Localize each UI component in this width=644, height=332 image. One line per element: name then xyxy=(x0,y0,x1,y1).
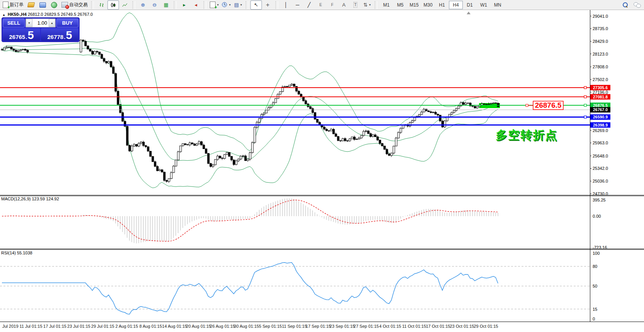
time-axis-label: 11 Sep 01:15 xyxy=(282,324,307,329)
price-tick-label: 25963.0 xyxy=(593,141,608,145)
timeframe-button-h4[interactable]: H4 xyxy=(449,1,463,9)
price-tick-label: 28429.0 xyxy=(593,39,608,44)
zoom-in-button[interactable]: ⊕ xyxy=(137,0,149,10)
clock-icon xyxy=(222,2,228,8)
chart-annotation-text[interactable]: 多空转折点 xyxy=(496,127,557,143)
cursor-icon: ↖ xyxy=(254,2,258,7)
trendline-icon: ╱ xyxy=(308,2,311,7)
horizontal-line-button[interactable]: ─ xyxy=(292,0,303,10)
rsi-scale-label: 15 xyxy=(593,307,597,312)
text-button[interactable]: A xyxy=(338,0,350,10)
price-tick-label: 26269.0 xyxy=(593,128,608,133)
line-handle[interactable] xyxy=(584,116,586,118)
volume-increase-button[interactable]: ▲ xyxy=(49,19,55,27)
time-axis-label: 29 Oct 01:15 xyxy=(474,324,498,329)
timeframe-button-m30[interactable]: M30 xyxy=(421,1,435,9)
zoom-out-button[interactable]: ⊖ xyxy=(149,0,160,10)
line-handle[interactable] xyxy=(584,86,586,89)
periods-button[interactable]: ▾ xyxy=(220,0,232,10)
price-tick-label: 25342.0 xyxy=(593,166,608,171)
price-axis: 29041.028735.028429.028123.027808.027502… xyxy=(590,14,610,196)
search-button[interactable] xyxy=(620,0,631,10)
macd-indicator-label: MACD(12,26,9) 123.59 124.92 xyxy=(1,196,59,201)
time-axis-label: 26 Aug 01:15 xyxy=(210,324,235,329)
buy-price[interactable]: 26778.5 xyxy=(41,28,78,41)
price-badge-text: 27081.8 xyxy=(593,95,608,99)
time-axis-label: 5 Sep 01:15 xyxy=(259,324,282,329)
timeframe-button-m15[interactable]: M15 xyxy=(407,1,421,9)
remote-screen-button[interactable] xyxy=(37,0,48,10)
rsi-scale-label: 80 xyxy=(593,264,597,269)
gold-crate-button[interactable] xyxy=(25,0,37,10)
chart-canvas[interactable]: 26876.529041.028735.028429.028123.027808… xyxy=(0,0,644,332)
price-badge-text: 26876.5 xyxy=(593,103,608,108)
time-axis-label: 4 Oct 01:15 xyxy=(379,324,401,329)
timeframe-button-mn[interactable]: MN xyxy=(491,1,505,9)
timeframe-button-m5[interactable]: M5 xyxy=(393,1,407,9)
volume-decrease-button[interactable]: ▼ xyxy=(26,19,32,27)
main-toolbar: + 新订单 自动交易 ⊕ ⊖ ▦ ▸ ◂ + ▾ xyxy=(0,0,644,10)
volume-input[interactable]: 1.00 xyxy=(32,19,49,27)
indicators-button[interactable]: + ▾ xyxy=(208,0,220,10)
time-axis-label: 23 Jul 01:15 xyxy=(67,324,90,329)
vertical-line-button[interactable]: │ xyxy=(280,0,292,10)
timeframe-button-h1[interactable]: H1 xyxy=(435,1,449,9)
chart-symbol: HK50-,H4 xyxy=(8,12,27,17)
chart-shift-button[interactable]: ◂ xyxy=(190,0,202,10)
toolbar-separator xyxy=(133,1,135,9)
timeframe-button-m1[interactable]: M1 xyxy=(379,1,393,9)
line-handle[interactable] xyxy=(584,104,586,107)
price-tick-label: 28123.0 xyxy=(593,52,608,56)
remote-screen-icon xyxy=(39,2,46,8)
time-axis: Jul 201911 Jul 01:1517 Jul 01:1523 Jul 0… xyxy=(2,324,498,329)
timeframe-button-w1[interactable]: W1 xyxy=(477,1,491,9)
chat-icon xyxy=(634,2,641,7)
new-order-label: 新订单 xyxy=(10,2,24,8)
sell-price[interactable]: 26765.5 xyxy=(3,28,40,41)
toolbar-separator xyxy=(204,1,206,9)
fibonacci-icon: F xyxy=(331,2,333,7)
price-tick-label: 27502.0 xyxy=(593,77,608,82)
price-tag-handle[interactable] xyxy=(526,104,528,107)
time-axis-label: 17 Oct 01:15 xyxy=(426,324,450,329)
auto-scroll-button[interactable]: ▸ xyxy=(178,0,190,10)
auto-trading-button[interactable]: 自动交易 xyxy=(60,0,89,10)
line-handle[interactable] xyxy=(584,96,586,98)
gold-crate-icon xyxy=(27,2,35,7)
signal-button[interactable] xyxy=(48,0,60,10)
arrows-button[interactable]: ⇅ ▾ xyxy=(361,0,373,10)
rsi-scale-label: 50 xyxy=(593,284,597,288)
timeframe-button-d1[interactable]: D1 xyxy=(463,1,477,9)
candlestick-chart-icon xyxy=(110,2,116,8)
auto-trading-label: 自动交易 xyxy=(69,2,88,8)
crosshair-button[interactable]: + xyxy=(262,0,274,10)
sell-button[interactable]: SELL xyxy=(3,19,25,27)
price-tick-label: 25036.0 xyxy=(593,179,608,183)
time-axis-label: 27 Sep 01:15 xyxy=(353,324,379,329)
trendline-button[interactable]: ╱ xyxy=(303,0,315,10)
chart-marker-icon: ▲ xyxy=(2,13,5,17)
search-icon xyxy=(623,2,628,8)
templates-button[interactable]: ▤ ▾ xyxy=(232,0,244,10)
fibonacci-button[interactable]: F xyxy=(326,0,338,10)
time-axis-label: 23 Sep 01:15 xyxy=(330,324,355,329)
auto-trading-icon xyxy=(61,2,68,8)
time-axis-label: 14 Aug 01:15 xyxy=(162,324,187,329)
toolbar-separator xyxy=(91,1,94,9)
equidistant-channel-button[interactable]: E xyxy=(315,0,326,10)
bar-chart-button[interactable] xyxy=(96,0,107,10)
vertical-line-icon: │ xyxy=(284,2,287,7)
chat-button[interactable] xyxy=(631,0,643,10)
text-label-button[interactable]: T xyxy=(350,0,361,10)
time-axis-label: 29 Jul 01:15 xyxy=(91,324,114,329)
new-order-button[interactable]: + 新订单 xyxy=(1,0,25,10)
candlestick-chart-button[interactable] xyxy=(107,0,119,10)
rsi-scale-label: 100 xyxy=(593,251,600,256)
new-order-icon: + xyxy=(3,2,8,8)
line-chart-icon xyxy=(122,2,128,8)
cursor-button[interactable]: ↖ xyxy=(250,0,262,10)
rsi-scale-label: 0 xyxy=(593,317,595,321)
buy-button[interactable]: BUY xyxy=(56,19,78,27)
line-chart-button[interactable] xyxy=(119,0,131,10)
tile-windows-button[interactable]: ▦ xyxy=(160,0,172,10)
